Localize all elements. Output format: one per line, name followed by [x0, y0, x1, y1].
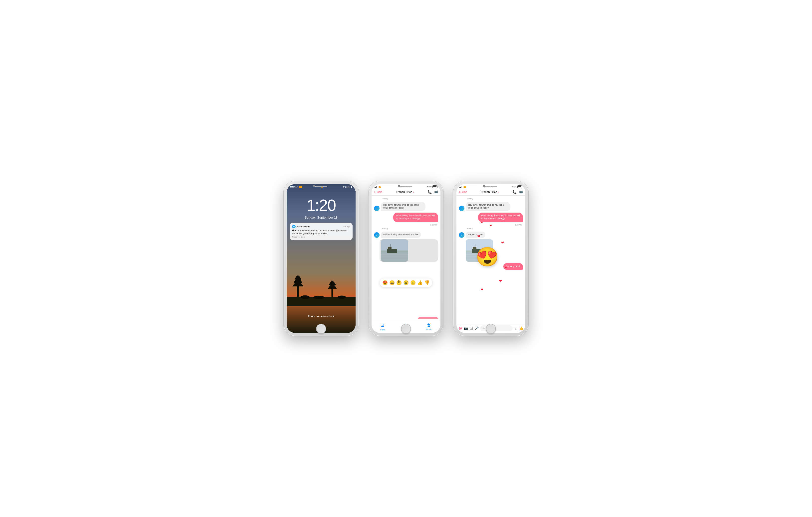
sticker-icon-3[interactable]: ☺	[514, 326, 518, 330]
wifi-icon-3: 📶	[463, 186, 466, 188]
battery-icon-3	[517, 185, 522, 188]
delete-icon: 🗑	[427, 323, 431, 327]
svg-point-8	[338, 296, 346, 299]
msg-received-3-1: J Hey guys, at what time do you think yo…	[459, 202, 523, 211]
delete-action[interactable]: 🗑 Delete	[426, 323, 432, 330]
background-scene	[287, 258, 355, 308]
call-icon-2[interactable]: 📞	[428, 190, 432, 194]
status-right-3: 100%	[512, 185, 522, 188]
nav-bar-2: ‹ Home French Fries › 📞 📹	[372, 188, 440, 195]
home-button-1[interactable]	[316, 324, 326, 334]
speaker-2	[400, 186, 412, 187]
thumbsup-btn-3[interactable]: 👍	[519, 326, 523, 330]
status-right: ✱ 100% ▮	[343, 186, 352, 188]
bar4-3	[462, 186, 462, 188]
battery-percent-3: 100%	[512, 186, 517, 188]
msg-sent-1: We're taking the train with John, we wil…	[374, 213, 438, 222]
home-button-2[interactable]	[401, 324, 411, 334]
emoji-reaction-bar[interactable]: 😍 😄 🤔 😢 😠 👍 👎	[380, 278, 432, 287]
svg-rect-22	[473, 247, 476, 249]
mic-icon-3[interactable]: 🎤	[474, 326, 478, 330]
partial-sent	[418, 317, 438, 319]
notification-header: m MESSENGER 5m ago	[292, 225, 350, 228]
msg-received-2: J Will be driving with a friend in a few	[374, 232, 438, 238]
photo-icon-3[interactable]: 🖼	[469, 326, 473, 330]
phone-screen-3: 📶 12:00 PM 100% ‹ Home	[457, 184, 525, 333]
msg-bubble-r3-2[interactable]: Ok, I'm s... few	[466, 232, 485, 238]
bluetooth-icon: ✱	[343, 186, 345, 188]
nav-actions-2: 📞 📹	[428, 190, 438, 194]
emoji-love[interactable]: 😍	[382, 280, 388, 285]
press-for-more: Press for more	[292, 236, 350, 238]
text-input-3[interactable]: Aa	[480, 325, 513, 331]
back-chevron-2: ‹	[374, 190, 375, 194]
video-icon-3[interactable]: 📹	[519, 190, 523, 194]
bar4	[377, 186, 377, 188]
msg-bubble-s3-2[interactable]: Oh, very nice!!	[503, 263, 523, 270]
speaker	[315, 186, 327, 187]
back-button-2[interactable]: ‹ Home	[374, 190, 382, 194]
msg-image-3[interactable]	[466, 239, 493, 262]
call-icon-3[interactable]: 📞	[512, 190, 517, 194]
notification-body: 🏔 • Jeremy mentioned you in Joshua Tree:…	[292, 229, 350, 235]
emoji-thumbsup[interactable]: 👍	[417, 280, 423, 285]
lock-time: 1:20	[307, 196, 336, 215]
msg-image-1[interactable]	[381, 239, 408, 262]
add-icon-3[interactable]: ⊕	[458, 326, 462, 331]
msg-bubble-received-2[interactable]: Will be driving with a friend in a few	[381, 232, 421, 238]
msg-bubble-sent-1[interactable]: We're taking the train with John, we wil…	[393, 213, 438, 222]
notification-time: 5m ago	[343, 225, 350, 228]
bar3-3	[461, 186, 461, 188]
status-left: Carrier 📶	[290, 186, 302, 188]
copy-label: Copy	[380, 329, 385, 331]
speaker-3	[485, 186, 497, 187]
status-signal-3: 📶	[459, 186, 466, 188]
msg-received-3-2: J Ok, I'm s... few	[459, 232, 523, 238]
msg-bubble-r3-1[interactable]: Hey guys, at what time do you think you'…	[466, 202, 511, 211]
back-button-3[interactable]: ‹ Home	[459, 190, 467, 194]
phone-2: 📶 12:00 PM 100% ‹ Home	[369, 181, 443, 336]
camera-icon-3[interactable]: 📷	[464, 326, 468, 330]
msg-bubble-received-1[interactable]: Hey guys, at what time do you think you'…	[381, 202, 426, 211]
bar2	[375, 187, 376, 188]
svg-rect-21	[472, 249, 482, 253]
msg-bubble-s3-1[interactable]: We're taking the train with John, we wil…	[478, 213, 523, 222]
emoji-think[interactable]: 🤔	[396, 280, 402, 285]
signal-bars-2	[375, 186, 377, 188]
copy-action[interactable]: ⊡ Copy	[380, 323, 385, 331]
wifi-icon-2: 📶	[379, 186, 381, 188]
signal-bars-3	[459, 186, 462, 188]
bar2-3	[460, 187, 461, 188]
lock-notification[interactable]: m MESSENGER 5m ago 🏔 • Jeremy mentioned …	[290, 223, 353, 240]
status-right-2: 100%	[427, 185, 437, 188]
svg-rect-13	[388, 247, 392, 249]
timestamp-1: 9:32 AM	[374, 224, 438, 226]
emoji-thumbsdown[interactable]: 👎	[424, 280, 430, 285]
video-icon-2[interactable]: 📹	[434, 190, 438, 194]
jeremy-avatar-2: J	[374, 232, 380, 238]
bar1-3	[459, 187, 460, 188]
carrier-label: Carrier	[290, 186, 298, 188]
emoji-laugh[interactable]: 😄	[389, 280, 395, 285]
jeremy-avatar-3-1: J	[459, 206, 464, 211]
lock-date: Sunday, September 18	[304, 216, 338, 219]
bar3	[376, 186, 377, 188]
chat-title-3: French Fries ›	[481, 190, 499, 193]
phone-1: Carrier 📶 🔒 ✱ 100% ▮ 1:20 Sunday, Septem…	[284, 181, 358, 336]
emoji-cry[interactable]: 😢	[403, 280, 409, 285]
battery-fill-2	[433, 186, 436, 187]
sender-label-jeremy-1: Jeremy	[381, 197, 438, 200]
phones-container: Carrier 📶 🔒 ✱ 100% ▮ 1:20 Sunday, Septem…	[284, 181, 528, 336]
press-home-label[interactable]: Press home to unlock	[308, 315, 334, 318]
home-button-3[interactable]	[486, 324, 496, 334]
copy-icon: ⊡	[380, 323, 384, 328]
battery-percent-2: 100%	[427, 186, 432, 188]
chat-area-2: Jeremy J Hey guys, at what time do you t…	[372, 195, 440, 317]
timestamp-3-1: 9:32 AM	[459, 224, 523, 226]
phone-3: 📶 12:00 PM 100% ‹ Home	[454, 181, 528, 336]
emoji-angry[interactable]: 😠	[410, 280, 416, 285]
heart-5: ❤	[499, 279, 502, 283]
sender-label-j3-2: Jeremy	[466, 227, 523, 230]
delete-label: Delete	[426, 328, 432, 330]
battery-label: 100%	[345, 186, 350, 188]
